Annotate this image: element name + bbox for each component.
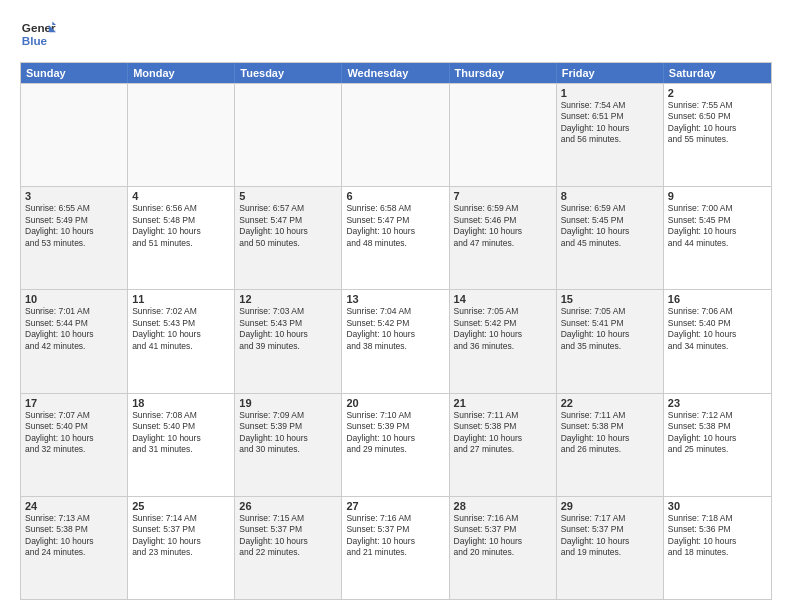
day-info: Sunrise: 7:02 AM Sunset: 5:43 PM Dayligh… bbox=[132, 306, 230, 352]
day-info: Sunrise: 7:05 AM Sunset: 5:41 PM Dayligh… bbox=[561, 306, 659, 352]
calendar-cell: 25Sunrise: 7:14 AM Sunset: 5:37 PM Dayli… bbox=[128, 497, 235, 599]
calendar-cell: 24Sunrise: 7:13 AM Sunset: 5:38 PM Dayli… bbox=[21, 497, 128, 599]
day-info: Sunrise: 7:14 AM Sunset: 5:37 PM Dayligh… bbox=[132, 513, 230, 559]
calendar-cell: 17Sunrise: 7:07 AM Sunset: 5:40 PM Dayli… bbox=[21, 394, 128, 496]
weekday-header: Sunday bbox=[21, 63, 128, 83]
calendar-cell: 2Sunrise: 7:55 AM Sunset: 6:50 PM Daylig… bbox=[664, 84, 771, 186]
calendar-cell: 29Sunrise: 7:17 AM Sunset: 5:37 PM Dayli… bbox=[557, 497, 664, 599]
day-number: 3 bbox=[25, 190, 123, 202]
day-number: 1 bbox=[561, 87, 659, 99]
calendar-row: 3Sunrise: 6:55 AM Sunset: 5:49 PM Daylig… bbox=[21, 186, 771, 289]
weekday-header: Friday bbox=[557, 63, 664, 83]
calendar-cell: 30Sunrise: 7:18 AM Sunset: 5:36 PM Dayli… bbox=[664, 497, 771, 599]
day-info: Sunrise: 7:10 AM Sunset: 5:39 PM Dayligh… bbox=[346, 410, 444, 456]
calendar-cell: 21Sunrise: 7:11 AM Sunset: 5:38 PM Dayli… bbox=[450, 394, 557, 496]
day-number: 27 bbox=[346, 500, 444, 512]
day-number: 24 bbox=[25, 500, 123, 512]
calendar-cell: 4Sunrise: 6:56 AM Sunset: 5:48 PM Daylig… bbox=[128, 187, 235, 289]
day-number: 14 bbox=[454, 293, 552, 305]
day-number: 19 bbox=[239, 397, 337, 409]
calendar-body: 1Sunrise: 7:54 AM Sunset: 6:51 PM Daylig… bbox=[21, 83, 771, 599]
calendar-cell: 10Sunrise: 7:01 AM Sunset: 5:44 PM Dayli… bbox=[21, 290, 128, 392]
calendar-cell: 22Sunrise: 7:11 AM Sunset: 5:38 PM Dayli… bbox=[557, 394, 664, 496]
day-info: Sunrise: 6:58 AM Sunset: 5:47 PM Dayligh… bbox=[346, 203, 444, 249]
calendar-cell: 8Sunrise: 6:59 AM Sunset: 5:45 PM Daylig… bbox=[557, 187, 664, 289]
weekday-header: Wednesday bbox=[342, 63, 449, 83]
day-info: Sunrise: 6:59 AM Sunset: 5:46 PM Dayligh… bbox=[454, 203, 552, 249]
day-number: 22 bbox=[561, 397, 659, 409]
day-number: 13 bbox=[346, 293, 444, 305]
calendar-cell: 27Sunrise: 7:16 AM Sunset: 5:37 PM Dayli… bbox=[342, 497, 449, 599]
day-number: 10 bbox=[25, 293, 123, 305]
page: General Blue SundayMondayTuesdayWednesda… bbox=[0, 0, 792, 612]
weekday-header: Tuesday bbox=[235, 63, 342, 83]
day-number: 29 bbox=[561, 500, 659, 512]
logo-icon: General Blue bbox=[20, 16, 56, 52]
day-info: Sunrise: 6:59 AM Sunset: 5:45 PM Dayligh… bbox=[561, 203, 659, 249]
day-number: 18 bbox=[132, 397, 230, 409]
weekday-header: Thursday bbox=[450, 63, 557, 83]
day-number: 6 bbox=[346, 190, 444, 202]
calendar-cell: 11Sunrise: 7:02 AM Sunset: 5:43 PM Dayli… bbox=[128, 290, 235, 392]
day-info: Sunrise: 6:55 AM Sunset: 5:49 PM Dayligh… bbox=[25, 203, 123, 249]
day-info: Sunrise: 7:01 AM Sunset: 5:44 PM Dayligh… bbox=[25, 306, 123, 352]
day-info: Sunrise: 7:15 AM Sunset: 5:37 PM Dayligh… bbox=[239, 513, 337, 559]
day-number: 4 bbox=[132, 190, 230, 202]
day-info: Sunrise: 7:55 AM Sunset: 6:50 PM Dayligh… bbox=[668, 100, 767, 146]
day-number: 23 bbox=[668, 397, 767, 409]
calendar-cell: 13Sunrise: 7:04 AM Sunset: 5:42 PM Dayli… bbox=[342, 290, 449, 392]
calendar-row: 10Sunrise: 7:01 AM Sunset: 5:44 PM Dayli… bbox=[21, 289, 771, 392]
svg-text:Blue: Blue bbox=[22, 34, 48, 47]
day-info: Sunrise: 7:13 AM Sunset: 5:38 PM Dayligh… bbox=[25, 513, 123, 559]
calendar-row: 1Sunrise: 7:54 AM Sunset: 6:51 PM Daylig… bbox=[21, 83, 771, 186]
calendar-cell: 26Sunrise: 7:15 AM Sunset: 5:37 PM Dayli… bbox=[235, 497, 342, 599]
calendar-cell: 15Sunrise: 7:05 AM Sunset: 5:41 PM Dayli… bbox=[557, 290, 664, 392]
logo: General Blue bbox=[20, 16, 56, 52]
day-info: Sunrise: 7:04 AM Sunset: 5:42 PM Dayligh… bbox=[346, 306, 444, 352]
day-info: Sunrise: 7:03 AM Sunset: 5:43 PM Dayligh… bbox=[239, 306, 337, 352]
calendar-cell: 28Sunrise: 7:16 AM Sunset: 5:37 PM Dayli… bbox=[450, 497, 557, 599]
calendar-cell: 7Sunrise: 6:59 AM Sunset: 5:46 PM Daylig… bbox=[450, 187, 557, 289]
calendar-row: 17Sunrise: 7:07 AM Sunset: 5:40 PM Dayli… bbox=[21, 393, 771, 496]
day-info: Sunrise: 6:56 AM Sunset: 5:48 PM Dayligh… bbox=[132, 203, 230, 249]
calendar-cell: 3Sunrise: 6:55 AM Sunset: 5:49 PM Daylig… bbox=[21, 187, 128, 289]
day-number: 26 bbox=[239, 500, 337, 512]
calendar-cell: 23Sunrise: 7:12 AM Sunset: 5:38 PM Dayli… bbox=[664, 394, 771, 496]
day-number: 16 bbox=[668, 293, 767, 305]
day-info: Sunrise: 6:57 AM Sunset: 5:47 PM Dayligh… bbox=[239, 203, 337, 249]
day-info: Sunrise: 7:05 AM Sunset: 5:42 PM Dayligh… bbox=[454, 306, 552, 352]
day-number: 8 bbox=[561, 190, 659, 202]
day-info: Sunrise: 7:18 AM Sunset: 5:36 PM Dayligh… bbox=[668, 513, 767, 559]
calendar-cell: 1Sunrise: 7:54 AM Sunset: 6:51 PM Daylig… bbox=[557, 84, 664, 186]
day-number: 15 bbox=[561, 293, 659, 305]
day-number: 11 bbox=[132, 293, 230, 305]
day-info: Sunrise: 7:16 AM Sunset: 5:37 PM Dayligh… bbox=[346, 513, 444, 559]
day-info: Sunrise: 7:08 AM Sunset: 5:40 PM Dayligh… bbox=[132, 410, 230, 456]
day-info: Sunrise: 7:06 AM Sunset: 5:40 PM Dayligh… bbox=[668, 306, 767, 352]
day-number: 9 bbox=[668, 190, 767, 202]
calendar-cell bbox=[21, 84, 128, 186]
calendar-cell: 6Sunrise: 6:58 AM Sunset: 5:47 PM Daylig… bbox=[342, 187, 449, 289]
day-number: 2 bbox=[668, 87, 767, 99]
weekday-header: Monday bbox=[128, 63, 235, 83]
day-number: 30 bbox=[668, 500, 767, 512]
day-info: Sunrise: 7:11 AM Sunset: 5:38 PM Dayligh… bbox=[454, 410, 552, 456]
calendar-cell bbox=[235, 84, 342, 186]
calendar-cell: 16Sunrise: 7:06 AM Sunset: 5:40 PM Dayli… bbox=[664, 290, 771, 392]
calendar-cell: 19Sunrise: 7:09 AM Sunset: 5:39 PM Dayli… bbox=[235, 394, 342, 496]
day-info: Sunrise: 7:07 AM Sunset: 5:40 PM Dayligh… bbox=[25, 410, 123, 456]
header: General Blue bbox=[20, 16, 772, 52]
day-info: Sunrise: 7:54 AM Sunset: 6:51 PM Dayligh… bbox=[561, 100, 659, 146]
day-number: 21 bbox=[454, 397, 552, 409]
day-info: Sunrise: 7:16 AM Sunset: 5:37 PM Dayligh… bbox=[454, 513, 552, 559]
day-info: Sunrise: 7:17 AM Sunset: 5:37 PM Dayligh… bbox=[561, 513, 659, 559]
calendar-cell bbox=[128, 84, 235, 186]
day-number: 7 bbox=[454, 190, 552, 202]
calendar-cell: 9Sunrise: 7:00 AM Sunset: 5:45 PM Daylig… bbox=[664, 187, 771, 289]
calendar-cell: 5Sunrise: 6:57 AM Sunset: 5:47 PM Daylig… bbox=[235, 187, 342, 289]
calendar: SundayMondayTuesdayWednesdayThursdayFrid… bbox=[20, 62, 772, 600]
calendar-cell: 12Sunrise: 7:03 AM Sunset: 5:43 PM Dayli… bbox=[235, 290, 342, 392]
day-info: Sunrise: 7:11 AM Sunset: 5:38 PM Dayligh… bbox=[561, 410, 659, 456]
day-number: 17 bbox=[25, 397, 123, 409]
weekday-header: Saturday bbox=[664, 63, 771, 83]
